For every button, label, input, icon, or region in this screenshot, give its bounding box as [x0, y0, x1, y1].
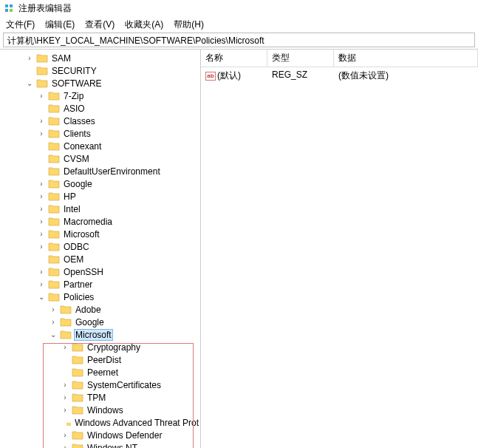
tree-node-crypto[interactable]: › Cryptography — [0, 341, 200, 353]
expand-icon[interactable]: › — [37, 217, 46, 225]
col-data[interactable]: 数据 — [334, 50, 478, 67]
tree-pane[interactable]: › SAM SECURITY ⌄ SOFTWARE › 7-Zip ASIO ›… — [0, 50, 201, 448]
value-data: (数值未设置) — [334, 69, 478, 83]
tree-node-due[interactable]: DefaultUserEnvironment — [0, 165, 200, 177]
tree-node-adobe[interactable]: › Adobe — [0, 303, 200, 316]
tree-label: Intel — [62, 204, 82, 214]
expand-icon[interactable]: › — [37, 180, 46, 188]
tree-node-software[interactable]: ⌄ SOFTWARE — [0, 77, 200, 89]
folder-icon — [60, 317, 72, 327]
expand-icon[interactable]: › — [37, 129, 46, 138]
folder-icon — [48, 242, 60, 251]
menu-help[interactable]: 帮助(H) — [174, 18, 204, 29]
tree-node-google[interactable]: › Google — [0, 177, 200, 190]
value-row[interactable]: ab (默认) REG_SZ (数值未设置) — [201, 67, 478, 84]
menu-file[interactable]: 文件(F) — [6, 18, 35, 29]
folder-icon — [72, 342, 83, 352]
tree-node-hp[interactable]: › HP — [0, 190, 200, 203]
expand-icon[interactable]: › — [37, 242, 46, 251]
tree-label: Adobe — [74, 305, 103, 315]
value-name: (默认) — [213, 69, 267, 83]
menu-edit[interactable]: 编辑(E) — [45, 18, 75, 29]
expand-icon[interactable]: › — [37, 280, 46, 288]
tree-label: Microsoft — [74, 329, 113, 341]
tree-node-classes[interactable]: › Classes — [0, 115, 200, 127]
tree-label: Windows Defender — [86, 430, 163, 441]
tree-node-wdef[interactable]: › Windows Defender — [0, 429, 200, 441]
tree-node-watp[interactable]: Windows Advanced Threat Prot — [0, 416, 200, 429]
tree-node-clients[interactable]: › Clients — [0, 127, 200, 140]
expand-icon[interactable]: › — [61, 431, 69, 439]
tree-node-openssh[interactable]: › OpenSSH — [0, 265, 200, 278]
tree-node-tpm[interactable]: › TPM — [0, 391, 200, 404]
folder-icon — [72, 367, 83, 377]
menu-view[interactable]: 查看(V) — [85, 18, 115, 29]
tree-node-intel[interactable]: › Intel — [0, 203, 200, 215]
tree-node-peernet[interactable]: Peernet — [0, 366, 200, 379]
expand-icon[interactable]: › — [61, 444, 69, 448]
tree-node-microsoft1[interactable]: › Microsoft — [0, 228, 200, 240]
tree-node-asio[interactable]: ASIO — [0, 102, 200, 115]
tree-label: Microsoft — [62, 229, 101, 240]
tree-node-peerdist[interactable]: PeerDist — [0, 353, 200, 366]
tree-label: Google — [62, 179, 94, 189]
tree-label: SOFTWARE — [50, 78, 103, 89]
values-pane[interactable]: 名称 类型 数据 ab (默认) REG_SZ (数值未设置) — [201, 50, 478, 448]
tree-label: Classes — [62, 116, 97, 126]
expand-icon[interactable]: › — [37, 92, 46, 100]
expand-icon[interactable]: ⌄ — [49, 330, 58, 339]
expand-icon[interactable]: › — [49, 305, 58, 313]
expand-icon[interactable]: › — [61, 343, 69, 351]
tree-node-winnt[interactable]: › Windows NT — [0, 441, 200, 448]
tree-label: 7-Zip — [62, 91, 85, 101]
tree-label: Windows NT — [86, 443, 139, 449]
tree-label: ODBC — [62, 242, 91, 252]
tree-label: SAM — [50, 53, 72, 64]
expand-icon[interactable]: › — [37, 230, 46, 238]
tree-node-windows[interactable]: › Windows — [0, 404, 200, 416]
expand-icon[interactable]: › — [37, 192, 46, 200]
expand-icon[interactable]: › — [49, 318, 58, 326]
folder-icon — [48, 166, 60, 176]
menu-favorites[interactable]: 收藏夹(A) — [125, 18, 163, 29]
tree-node-google2[interactable]: › Google — [0, 316, 200, 328]
expand-icon[interactable]: › — [37, 205, 46, 213]
tree-node-conexant[interactable]: Conexant — [0, 140, 200, 152]
tree-node-syscert[interactable]: › SystemCertificates — [0, 379, 200, 391]
folder-icon — [36, 78, 48, 88]
expand-icon[interactable]: ⌄ — [37, 293, 46, 301]
expand-icon[interactable]: › — [37, 268, 46, 276]
folder-icon — [60, 305, 72, 314]
tree-node-policies[interactable]: ⌄ Policies — [0, 291, 200, 303]
tree-label: OpenSSH — [62, 267, 105, 277]
folder-icon — [72, 393, 83, 402]
tree-node-sevenzip[interactable]: › 7-Zip — [0, 89, 200, 102]
address-bar[interactable]: 计算机\HKEY_LOCAL_MACHINE\SOFTWARE\Policies… — [3, 33, 475, 47]
tree-node-macromedia[interactable]: › Macromedia — [0, 215, 200, 228]
tree-label: Macromedia — [62, 217, 114, 227]
folder-icon — [60, 330, 72, 339]
tree-node-security[interactable]: SECURITY — [0, 64, 200, 77]
folder-icon — [72, 355, 83, 364]
expand-icon[interactable]: › — [61, 393, 69, 401]
svg-rect-1 — [5, 9, 8, 12]
folder-icon — [48, 254, 60, 264]
folder-icon — [72, 430, 83, 440]
expand-icon[interactable]: › — [37, 117, 46, 125]
tree-node-odbc[interactable]: › ODBC — [0, 240, 200, 253]
expand-icon[interactable]: › — [61, 381, 69, 389]
tree-node-cvsm[interactable]: CVSM — [0, 152, 200, 165]
expand-icon[interactable]: › — [25, 54, 34, 62]
col-type[interactable]: 类型 — [267, 50, 334, 67]
tree-node-sam[interactable]: › SAM — [0, 52, 200, 64]
tree-node-microsoft2[interactable]: ⌄ Microsoft — [0, 328, 200, 341]
expand-icon[interactable]: ⌄ — [25, 79, 34, 87]
window-title: 注册表编辑器 — [18, 2, 72, 15]
col-name[interactable]: 名称 — [201, 50, 267, 67]
expand-icon[interactable]: › — [61, 406, 69, 414]
tree-node-partner[interactable]: › Partner — [0, 278, 200, 291]
tree-label: Peernet — [86, 367, 120, 378]
folder-icon — [48, 292, 60, 302]
tree-node-oem[interactable]: OEM — [0, 253, 200, 265]
title-bar: 注册表编辑器 — [0, 0, 478, 16]
